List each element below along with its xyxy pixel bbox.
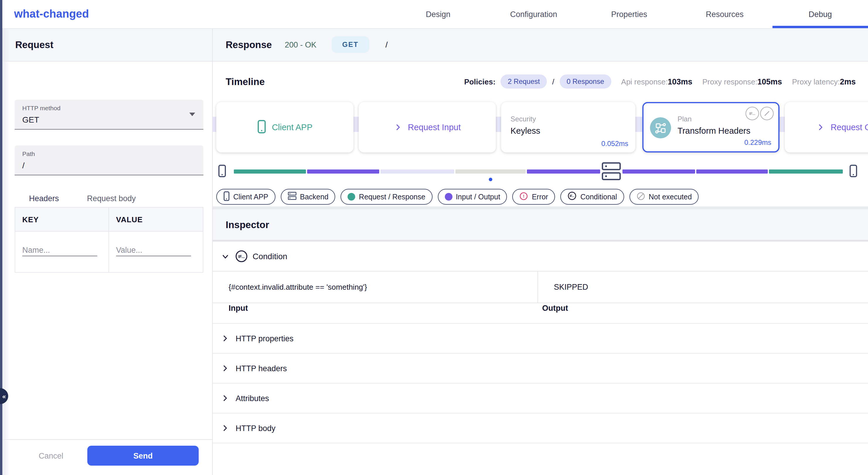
legend-client-app: Client APP	[216, 189, 276, 205]
inspector-header: Inspector	[213, 209, 868, 242]
timeline-header: Timeline Policies: 2 Request / 0 Respons…	[213, 61, 868, 102]
debug-response-panel: Response 200 - OK GET / Timeline Policie…	[213, 28, 868, 475]
chevron-right-icon	[816, 122, 825, 132]
backend-icon	[601, 162, 621, 182]
client-phone-icon-right	[849, 164, 858, 179]
condition-result: SKIPPED	[538, 271, 588, 303]
chevron-right-icon	[221, 424, 229, 432]
header-name-input[interactable]	[22, 244, 97, 256]
legend-error: ! Error	[513, 189, 555, 205]
chevron-right-icon	[221, 334, 229, 343]
http-method-label: HTTP method	[22, 105, 60, 112]
condition-expression: {#context.invalid.attribute == 'somethin…	[213, 271, 538, 303]
client-phone-icon-left	[218, 164, 226, 179]
svg-text:IF...: IF...	[749, 112, 755, 116]
condition-expander[interactable]: IF... Condition	[213, 242, 868, 271]
chevron-down-icon	[189, 113, 195, 116]
section-divider	[213, 206, 868, 209]
section-http-properties[interactable]: HTTP properties	[213, 323, 868, 354]
conditional-icon: IF...	[567, 191, 577, 202]
proxy-response-metric: Proxy response: 105ms	[703, 77, 782, 86]
bar-segment-request-response	[234, 170, 306, 174]
purple-dot-icon	[444, 193, 452, 201]
legend-input-output: Input / Output	[437, 189, 507, 205]
tab-debug[interactable]: Debug	[772, 0, 868, 28]
card-request-output-label: Request Output	[831, 123, 868, 132]
request-footer: Cancel Send	[2, 439, 212, 475]
request-tab-bar: Headers Request body	[14, 189, 150, 207]
http-method-select[interactable]: HTTP method GET	[14, 100, 204, 129]
header-value-input[interactable]	[116, 244, 191, 256]
method-badge: GET	[332, 36, 369, 53]
proxy-latency-metric: Proxy latency: 2ms	[792, 77, 856, 86]
chevron-right-icon	[221, 364, 229, 373]
tab-request-body[interactable]: Request body	[73, 189, 150, 207]
bar-segment-input-output	[696, 170, 768, 174]
response-path: /	[385, 40, 388, 49]
card-request-input-label: Request Input	[408, 123, 461, 132]
tab-design[interactable]: Design	[390, 0, 486, 28]
input-output-headers: Input Output	[213, 304, 868, 314]
card-request-input[interactable]: Request Input	[359, 102, 496, 152]
card-request-output[interactable]: Request Output	[785, 102, 868, 152]
chevron-right-icon	[221, 394, 229, 402]
bar-segment-input-output	[622, 170, 695, 174]
policies-label: Policies:	[464, 77, 496, 86]
output-column-header: Output	[542, 304, 568, 313]
pill-separator: /	[552, 77, 554, 86]
bar-segment-gray	[455, 170, 526, 174]
card-client-app[interactable]: Client APP	[216, 102, 353, 152]
smartphone-icon	[257, 119, 266, 135]
bar-segment-input-output	[307, 170, 379, 174]
selected-policy-marker	[489, 178, 492, 181]
policy-group-icon	[650, 117, 671, 139]
value-column-header: VALUE	[109, 208, 203, 231]
not-executed-icon	[637, 191, 645, 202]
table-row	[15, 232, 203, 272]
send-button[interactable]: Send	[87, 446, 199, 466]
headers-table-head: KEY VALUE	[15, 208, 203, 232]
svg-text:IF...: IF...	[238, 255, 245, 259]
inspector-sections: HTTP properties HTTP headers Attributes …	[213, 323, 868, 443]
top-tab-bar: Design Configuration Properties Resource…	[390, 0, 868, 28]
condition-result-row: {#context.invalid.attribute == 'somethin…	[213, 271, 868, 303]
section-http-headers[interactable]: HTTP headers	[213, 354, 868, 384]
card-plan-transform-headers[interactable]: IF... Plan Transform Headers 0.229ms	[642, 102, 779, 152]
path-input[interactable]: Path /	[14, 145, 204, 175]
response-title: Response	[226, 39, 272, 50]
bar-segment-request-response	[769, 170, 843, 174]
error-icon: !	[520, 191, 528, 202]
section-http-body[interactable]: HTTP body	[213, 413, 868, 443]
response-policies-pill: 0 Response	[559, 75, 611, 89]
timeline-title: Timeline	[226, 76, 265, 87]
legend-request-response: Request / Response	[341, 189, 433, 205]
tab-properties[interactable]: Properties	[581, 0, 677, 28]
chevron-down-icon[interactable]	[221, 252, 230, 261]
cancel-button[interactable]: Cancel	[35, 451, 67, 461]
policy-badges: IF...	[744, 107, 774, 120]
headers-table: KEY VALUE	[14, 207, 204, 273]
timeline-metrics: Policies: 2 Request / 0 Response Api res…	[464, 75, 856, 89]
section-attributes[interactable]: Attributes	[213, 384, 868, 413]
active-tab-underline	[772, 26, 868, 28]
card-security-keyless[interactable]: Security Keyless 0.052ms	[501, 102, 635, 152]
tab-resources[interactable]: Resources	[677, 0, 772, 28]
request-panel: Request HTTP method GET Path / Headers R…	[2, 28, 213, 475]
key-column-header: KEY	[15, 208, 109, 231]
bar-segment-light	[380, 170, 454, 174]
tab-configuration[interactable]: Configuration	[486, 0, 581, 28]
chevron-right-icon	[394, 122, 402, 132]
tab-headers[interactable]: Headers	[14, 189, 73, 207]
page-title: what-changed	[14, 8, 89, 21]
conditional-icon: IF...	[745, 107, 759, 120]
app-header: what-changed Design Configuration Proper…	[0, 0, 868, 29]
server-icon	[288, 192, 297, 202]
bar-segment-input-output	[527, 170, 600, 174]
inspector-title: Inspector	[226, 219, 269, 230]
policy-duration: 0.052ms	[601, 140, 628, 148]
not-executed-icon	[760, 107, 774, 120]
legend-conditional: IF... Conditional	[560, 189, 624, 205]
request-title: Request	[15, 39, 53, 50]
policy-duration: 0.229ms	[744, 139, 771, 147]
path-label: Path	[22, 150, 35, 157]
